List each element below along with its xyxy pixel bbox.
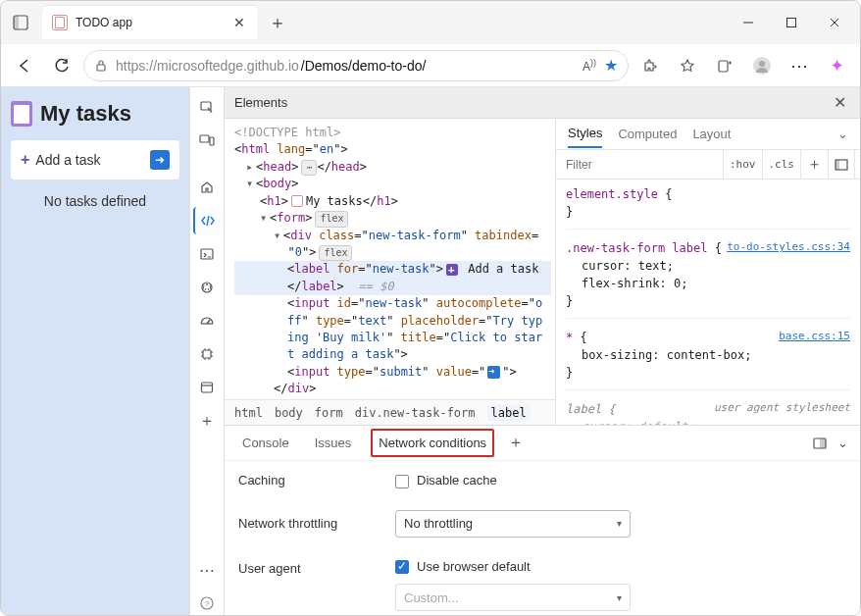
tab-computed[interactable]: Computed bbox=[618, 121, 677, 147]
plus-icon: + bbox=[21, 151, 29, 169]
address-bar[interactable]: https://microsoftedge.github.io/Demos/de… bbox=[83, 50, 629, 81]
dom-node[interactable]: <input type="submit" value=""> bbox=[234, 364, 551, 381]
dom-node[interactable]: ▸<head>⋯</head> bbox=[234, 159, 551, 177]
source-link[interactable]: base.css:15 bbox=[779, 329, 850, 346]
dom-node[interactable]: ▾<form>flex bbox=[234, 210, 551, 228]
svg-rect-20 bbox=[203, 350, 211, 358]
drawer-tab-network-conditions[interactable]: Network conditions bbox=[371, 429, 494, 457]
ua-default-checkbox[interactable]: ✓Use browser default bbox=[395, 559, 631, 575]
dom-tree-pane[interactable]: <!DOCTYPE html> <html lang="en"> ▸<head>… bbox=[225, 119, 556, 425]
submit-arrow-icon[interactable]: ➜ bbox=[150, 150, 170, 170]
styles-body[interactable]: element.style { } .new-task-form label {… bbox=[556, 180, 860, 425]
close-window-button[interactable] bbox=[813, 6, 856, 39]
devtools-menu-button[interactable]: ⋯ bbox=[193, 556, 221, 584]
sources-tool-icon[interactable] bbox=[193, 274, 221, 301]
styles-filter-input[interactable] bbox=[556, 158, 723, 172]
tab-styles[interactable]: Styles bbox=[568, 120, 602, 148]
source-link[interactable]: to-do-styles.css:34 bbox=[727, 239, 850, 257]
styles-tabs: Styles Computed Layout ⌄ bbox=[556, 119, 860, 150]
tab-layout[interactable]: Layout bbox=[692, 121, 731, 147]
clipboard-icon bbox=[11, 101, 32, 127]
favorite-icon[interactable]: ★ bbox=[604, 56, 618, 75]
tab-actions-icon[interactable] bbox=[9, 11, 32, 34]
crumb-item[interactable]: form bbox=[315, 406, 343, 420]
svg-rect-6 bbox=[97, 65, 105, 71]
chevron-down-icon[interactable]: ⌄ bbox=[837, 127, 848, 141]
throttling-select[interactable]: No throttling ▾ bbox=[395, 510, 631, 538]
back-button[interactable] bbox=[9, 50, 40, 81]
tab-favicon-icon bbox=[52, 15, 68, 30]
devtools-header: Elements ✕ bbox=[225, 87, 860, 119]
welcome-tool-icon[interactable] bbox=[193, 174, 221, 201]
crumb-item-selected[interactable]: label bbox=[487, 405, 531, 421]
dom-node[interactable]: <h1>My tasks</h1> bbox=[234, 193, 551, 210]
svg-rect-15 bbox=[201, 249, 213, 259]
read-aloud-icon[interactable]: A)) bbox=[582, 58, 596, 74]
dom-node[interactable]: <input id="new-task" autocomplete="off" … bbox=[234, 295, 551, 364]
drawer-dock-icon[interactable] bbox=[812, 436, 828, 451]
style-rule[interactable]: .new-task-form label {to-do-styles.css:3… bbox=[566, 239, 850, 319]
new-style-rule-button[interactable]: ＋ bbox=[800, 150, 828, 180]
lock-icon bbox=[94, 59, 108, 73]
svg-point-17 bbox=[206, 283, 208, 285]
drawer-collapse-icon[interactable]: ⌄ bbox=[837, 436, 848, 451]
disable-cache-checkbox[interactable]: Disable cache bbox=[395, 473, 497, 488]
drawer-tab-console[interactable]: Console bbox=[236, 431, 295, 455]
ua-label: User agent bbox=[238, 559, 376, 576]
network-conditions-panel: Caching Disable cache Network throttling… bbox=[225, 461, 860, 616]
svg-rect-7 bbox=[719, 61, 728, 72]
profile-icon[interactable] bbox=[746, 50, 778, 81]
favorites-icon[interactable] bbox=[672, 50, 703, 81]
browser-tab[interactable]: TODO app ✕ bbox=[42, 6, 258, 39]
help-icon[interactable]: ? bbox=[193, 590, 221, 616]
minimize-button[interactable] bbox=[727, 6, 770, 39]
svg-rect-29 bbox=[202, 383, 213, 392]
devtools-rail: ＋ ⋯ ? bbox=[189, 87, 225, 616]
application-tool-icon[interactable] bbox=[193, 374, 221, 401]
inspect-element-icon[interactable] bbox=[193, 93, 221, 121]
rendering-icon[interactable] bbox=[854, 150, 861, 180]
performance-tool-icon[interactable] bbox=[193, 307, 221, 334]
add-task-button[interactable]: + Add a task ➜ bbox=[11, 140, 179, 180]
new-tab-button[interactable]: ＋ bbox=[264, 9, 291, 36]
dom-node-selected[interactable]: <label for="new-task"> Add a task</label… bbox=[234, 261, 551, 295]
dom-node[interactable]: ▾<div class="new-task-form" tabindex= "0… bbox=[234, 228, 551, 262]
cls-toggle[interactable]: .cls bbox=[762, 150, 801, 180]
page-title: My tasks bbox=[11, 101, 179, 127]
style-rule[interactable]: element.style { } bbox=[566, 185, 850, 230]
console-tool-icon[interactable] bbox=[193, 240, 221, 268]
devtools-panel-title: Elements bbox=[234, 95, 287, 110]
dom-node[interactable]: <html lang="en"> bbox=[234, 141, 551, 158]
style-rule[interactable]: label {user agent stylesheet cursor: def… bbox=[566, 400, 850, 425]
dom-node[interactable]: ▾<body> bbox=[234, 176, 551, 192]
maximize-button[interactable] bbox=[770, 6, 813, 39]
dom-node[interactable]: </div> bbox=[234, 381, 551, 397]
crumb-item[interactable]: body bbox=[275, 406, 303, 420]
svg-rect-34 bbox=[836, 160, 839, 170]
drawer-tab-issues[interactable]: Issues bbox=[309, 431, 358, 455]
crumb-item[interactable]: html bbox=[234, 406, 263, 420]
hov-toggle[interactable]: :hov bbox=[723, 150, 762, 180]
memory-tool-icon[interactable] bbox=[193, 340, 221, 368]
collections-icon[interactable] bbox=[709, 50, 740, 81]
device-toggle-icon[interactable] bbox=[193, 127, 221, 154]
page-title-text: My tasks bbox=[40, 101, 131, 127]
svg-rect-14 bbox=[210, 137, 214, 145]
computed-sidebar-icon[interactable] bbox=[828, 150, 854, 180]
chevron-down-icon: ▾ bbox=[617, 592, 622, 603]
drawer-add-tab-button[interactable]: ＋ bbox=[508, 433, 524, 453]
dom-breadcrumb[interactable]: html body form div.new-task-form label bbox=[225, 399, 555, 425]
extensions-icon[interactable] bbox=[634, 50, 666, 81]
elements-tool-icon[interactable] bbox=[193, 207, 221, 234]
svg-rect-1 bbox=[14, 16, 19, 29]
devtools-close-button[interactable]: ✕ bbox=[829, 92, 850, 114]
style-rule[interactable]: * {base.css:15 box-sizing: content-box; … bbox=[566, 329, 850, 390]
crumb-item[interactable]: div.new-task-form bbox=[355, 406, 476, 420]
more-tools-button[interactable]: ＋ bbox=[193, 407, 221, 435]
refresh-button[interactable] bbox=[46, 50, 77, 81]
menu-button[interactable]: ⋯ bbox=[784, 50, 815, 81]
copilot-icon[interactable]: ✦ bbox=[821, 50, 852, 81]
svg-text:?: ? bbox=[205, 599, 210, 608]
tab-close-button[interactable]: ✕ bbox=[230, 14, 248, 31]
dom-node[interactable]: <!DOCTYPE html> bbox=[234, 125, 551, 141]
